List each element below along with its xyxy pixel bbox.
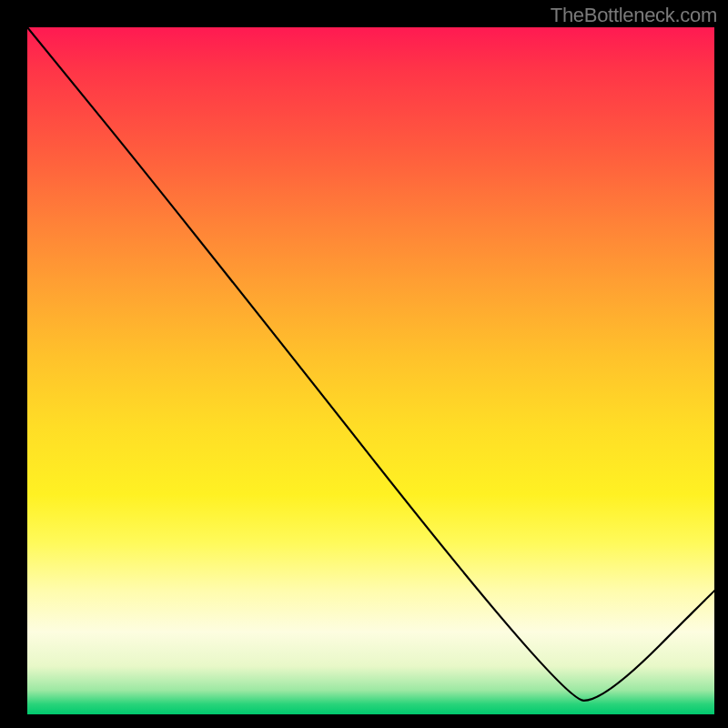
curve-path bbox=[27, 27, 714, 701]
chart-plot-area bbox=[27, 27, 714, 714]
watermark-text: TheBottleneck.com bbox=[551, 4, 717, 27]
bottleneck-curve bbox=[27, 27, 714, 714]
